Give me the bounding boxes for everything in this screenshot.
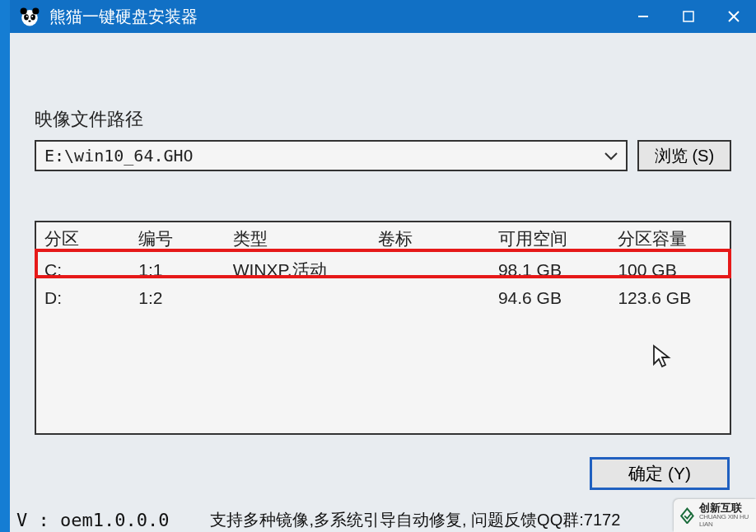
browse-button[interactable]: 浏览 (S): [637, 140, 731, 171]
svg-rect-9: [684, 12, 693, 21]
svg-point-3: [24, 14, 29, 20]
cell-label: [370, 255, 490, 285]
window-title: 熊猫一键硬盘安装器: [49, 6, 620, 28]
svg-point-7: [28, 21, 30, 22]
cell-type: WINXP,活动: [225, 255, 371, 285]
minimize-button[interactable]: [620, 0, 665, 33]
cell-capacity: 100 GB: [609, 255, 730, 285]
header-number[interactable]: 编号: [130, 222, 224, 255]
chevron-down-icon: [604, 148, 618, 164]
cell-number: 1:1: [130, 255, 224, 285]
panda-icon: [18, 5, 41, 28]
close-button[interactable]: [711, 0, 756, 33]
svg-point-1: [21, 7, 27, 14]
table-row[interactable]: C: 1:1 WINXP,活动 98.1 GB 100 GB: [36, 255, 730, 285]
maximize-button[interactable]: [665, 0, 711, 33]
image-path-select[interactable]: E:\win10_64.GHO: [35, 140, 628, 171]
watermark-en: CHUANG XIN HU LIAN: [699, 514, 751, 529]
version-label: V : oem1.0.0.0: [16, 510, 169, 530]
cell-number: 1:2: [130, 285, 224, 311]
cell-type: [225, 285, 371, 311]
status-bar: V : oem1.0.0.0 支持多种镜像,多系统引导自动修复, 问题反馈QQ群…: [10, 507, 756, 532]
cell-partition: D:: [36, 285, 130, 311]
watermark-logo-icon: [679, 505, 696, 526]
header-free[interactable]: 可用空间: [490, 222, 610, 255]
cell-free: 94.6 GB: [490, 285, 610, 311]
svg-point-4: [30, 14, 35, 20]
image-path-value: E:\win10_64.GHO: [44, 146, 194, 166]
svg-point-5: [26, 16, 28, 17]
ok-button[interactable]: 确定 (Y): [590, 457, 730, 490]
header-partition[interactable]: 分区: [36, 222, 130, 255]
cell-partition: C:: [36, 255, 130, 285]
table-row[interactable]: D: 1:2 94.6 GB 123.6 GB: [36, 285, 730, 311]
footer-message: 支持多种镜像,多系统引导自动修复, 问题反馈QQ群:7172: [210, 509, 620, 531]
title-bar: 熊猫一键硬盘安装器: [10, 0, 756, 33]
partition-table-container: 分区 编号 类型 卷标 可用空间 分区容量 C: 1:1 WINXP,活动 9: [35, 221, 731, 435]
header-type[interactable]: 类型: [225, 222, 371, 255]
watermark-cn: 创新互联: [699, 502, 751, 514]
cell-free: 98.1 GB: [490, 255, 610, 285]
cell-capacity: 123.6 GB: [609, 285, 730, 311]
svg-point-6: [31, 16, 33, 17]
watermark: 创新互联 CHUANG XIN HU LIAN: [674, 499, 756, 532]
partition-table: 分区 编号 类型 卷标 可用空间 分区容量 C: 1:1 WINXP,活动 9: [36, 222, 730, 311]
header-label[interactable]: 卷标: [370, 222, 490, 255]
image-path-label: 映像文件路径: [35, 107, 731, 132]
svg-point-2: [32, 7, 39, 14]
cell-label: [370, 285, 490, 311]
header-capacity[interactable]: 分区容量: [609, 222, 730, 255]
